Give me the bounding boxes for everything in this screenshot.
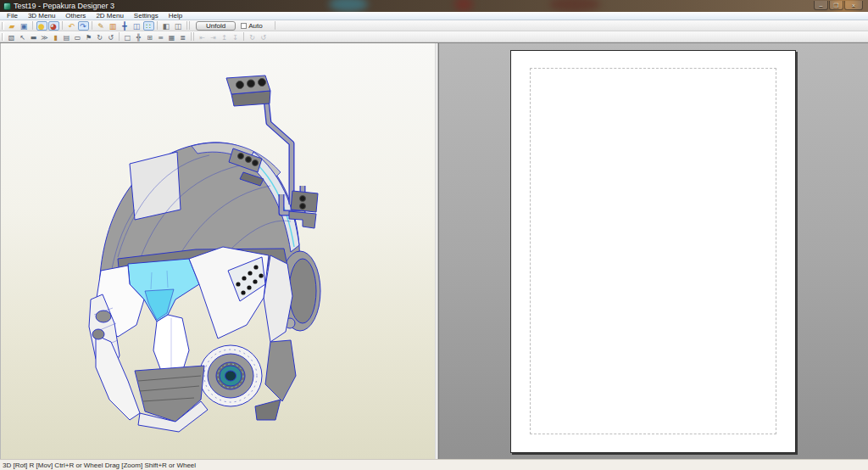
area-select-icon[interactable]: □ [123, 32, 133, 42]
check-repair-icon[interactable]: ▧ [7, 32, 17, 42]
material-icon[interactable]: ▮ [51, 32, 61, 42]
auto-checkbox[interactable] [241, 23, 247, 29]
workspace [0, 42, 868, 459]
view-reset-icon[interactable]: ↶ [66, 21, 77, 31]
toolbar-separator [119, 32, 120, 41]
window-view-icon[interactable]: ◫ [131, 21, 142, 31]
auto-unfold-option: Auto [241, 22, 262, 30]
print-range-icon[interactable]: ≣ [178, 32, 188, 42]
vertex-select-icon[interactable]: ∷ [143, 21, 154, 31]
maximize-button[interactable]: ❐ [829, 1, 843, 10]
menu-bar: File3D MenuOthers2D MenuSettingsHelp [0, 12, 868, 20]
pages-setup-icon[interactable]: ▤ [62, 32, 72, 42]
rotate-cw-icon[interactable]: ↻ [95, 32, 105, 42]
minimize-button[interactable]: – [814, 1, 828, 10]
display-mode-icon[interactable]: ▬ [29, 32, 39, 42]
texture-sphere-icon[interactable]: ◕ [48, 21, 59, 31]
move-model-icon[interactable]: ╋ [120, 21, 131, 31]
part-order-icon[interactable]: ≡ [156, 32, 166, 42]
join-face-icon[interactable]: ⊞ [145, 32, 155, 42]
pattern-view-icon[interactable]: ▭ [73, 32, 83, 42]
toolbar-separator [275, 21, 275, 30]
rotate-part-ccw-icon: ↺ [259, 32, 269, 42]
menu-3d-menu[interactable]: 3D Menu [23, 12, 60, 20]
flag-marker-icon[interactable]: ⚑ [84, 32, 94, 42]
toolbar-separator [92, 21, 92, 30]
layout-both-panes-icon[interactable]: ◫ [173, 21, 184, 31]
window-controls: –❐× [814, 1, 863, 10]
view-3d-pane[interactable] [0, 43, 435, 459]
page-margin-guide [530, 68, 776, 434]
desktop-glass-blob [454, 0, 473, 12]
toolbar-separator [191, 32, 194, 41]
menu-file[interactable]: File [2, 12, 23, 20]
main-toolbar-icons: ▰▣●◕↶↷✎▥╋◫∷◧◫ [6, 21, 184, 31]
align-left-icon: ⇤ [198, 32, 208, 42]
grid-layout-icon[interactable]: ▦ [167, 32, 177, 42]
status-bar: 3D [Rot] R [Mov] Ctrl+R or Wheel Drag [Z… [0, 459, 868, 470]
status-text: 3D [Rot] R [Mov] Ctrl+R or Wheel Drag [Z… [0, 462, 196, 469]
pick-tool-icon[interactable]: ↖ [18, 32, 28, 42]
scale-factor-icon[interactable]: ≫ [40, 32, 50, 42]
layout-3d-pane-icon[interactable]: ◧ [161, 21, 172, 31]
desktop-glass-blob [329, 0, 368, 12]
auto-checkbox-label: Auto [248, 22, 262, 30]
view-rotate-icon[interactable]: ↷ [78, 21, 89, 31]
edit-toolbar: ▧↖▬≫▮▤▭⚑↻↺□╬⊞≡▦≣⇤⇥↥↧↻↺ [0, 31, 868, 42]
window-title: Test19 - Pepakura Designer 3 [14, 2, 114, 10]
align-top-icon: ↥ [220, 32, 230, 42]
view-2d-pane[interactable] [438, 43, 868, 459]
titlebar[interactable]: Test19 - Pepakura Designer 3 –❐× [0, 0, 868, 12]
toolbar-separator [157, 21, 158, 30]
toolbar-separator [186, 21, 190, 30]
align-right-icon: ⇥ [209, 32, 219, 42]
save-file-icon[interactable]: ▣ [19, 21, 30, 31]
edit-toolbar-icons: ▧↖▬≫▮▤▭⚑↻↺□╬⊞≡▦≣⇤⇥↥↧↻↺ [6, 32, 269, 42]
rotate-ccw-icon[interactable]: ↺ [106, 32, 116, 42]
menu-settings[interactable]: Settings [129, 12, 164, 20]
light-render-icon[interactable]: ● [36, 21, 47, 31]
app-icon [3, 3, 11, 10]
edit-pencil-icon[interactable]: ✎ [96, 21, 107, 31]
divide-face-icon[interactable]: ╬ [134, 32, 144, 42]
toolbar-separator [32, 21, 33, 30]
menu-help[interactable]: Help [164, 12, 187, 20]
main-toolbar: ▰▣●◕↶↷✎▥╋◫∷◧◫ Unfold Auto [0, 20, 868, 31]
helmet-3d-model[interactable] [1, 43, 435, 459]
menu-2d-menu[interactable]: 2D Menu [91, 12, 128, 20]
toolbar-separator [62, 21, 63, 30]
desktop-glass-blob [549, 0, 600, 12]
texture-box-icon[interactable]: ▥ [108, 21, 119, 31]
toolbar-grip[interactable] [2, 22, 4, 30]
toolbar-grip[interactable] [2, 33, 4, 41]
toolbar-separator [243, 32, 244, 41]
pepakura-designer-window: Test19 - Pepakura Designer 3 –❐× File3D … [0, 0, 868, 470]
unfold-button[interactable]: Unfold [196, 21, 236, 31]
menu-others[interactable]: Others [60, 12, 91, 20]
page-sheet[interactable] [510, 50, 796, 453]
rotate-part-cw-icon: ↻ [248, 32, 258, 42]
close-button[interactable]: × [844, 1, 863, 10]
align-bottom-icon: ↧ [231, 32, 241, 42]
open-file-icon[interactable]: ▰ [7, 21, 18, 31]
